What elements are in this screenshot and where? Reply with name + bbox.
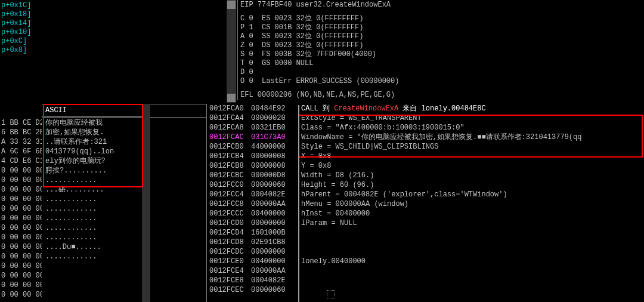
stack-addr: 0012FCD4 [207, 228, 251, 238]
stack-row[interactable]: 0012FCA400000020ExtStyle = WS_EX_TRANSPA… [207, 113, 644, 123]
stack-val: 031C73A0 [251, 132, 301, 142]
scrollbar-vertical[interactable] [142, 104, 150, 302]
stack-desc [301, 238, 644, 247]
stack-addr: 0012FCE0 [207, 257, 251, 266]
stack-row[interactable]: 0012FCA000484E92CALL 到 CreateWindowExA 来… [207, 104, 644, 113]
stack-addr: 0012FCD0 [207, 218, 251, 228]
hex-row: 1 BB CE D2 [0, 118, 42, 128]
spacer [150, 104, 206, 302]
stack-desc: CALL 到 CreateWindowExA 来自 lonely.00484E8… [301, 104, 644, 113]
stack-row[interactable]: 0012FCC8000000AAhMenu = 000000AA (window… [207, 199, 644, 209]
stack-addr: 0012FCC0 [207, 180, 251, 190]
stack-addr: 0012FCB4 [207, 152, 251, 161]
stack-addr: 0012FCA0 [207, 104, 251, 113]
stack-addr: 0012FCEC [207, 285, 251, 295]
stack-desc [301, 285, 644, 295]
stack-addr: 0012FCDC [207, 247, 251, 257]
stack-desc: hMenu = 000000AA (window) [301, 199, 644, 209]
ascii-row: ....Du■...... [45, 242, 138, 252]
stack-desc: Y = 0x8 [301, 161, 644, 171]
bottom-panes: 1 BB CE D26 BB BC 2EA 33 32 31A 6C 6F 6E… [0, 104, 644, 302]
ascii-row: ............ [45, 223, 138, 233]
stack-desc: hParent = 0004082E ('explorer',class='WT… [301, 190, 644, 199]
ascii-pane[interactable]: ASCII 你的电脑应经被我加密,如果想恢复...请联系作者:321041377… [42, 104, 142, 302]
stack-desc: Height = 60 (96.) [301, 180, 644, 190]
hex-row: 0 00 00 00 [0, 195, 42, 204]
stack-row[interactable]: 0012FCD802E91CB8 [207, 238, 644, 247]
stack-val: 02E91CB8 [251, 238, 301, 247]
offset-item: p+0x1C] [1, 1, 39, 10]
stack-desc: ExtStyle = WS_EX_TRANSPARENT [301, 113, 644, 123]
stack-val: 000000D8 [251, 171, 301, 180]
ascii-row: ely到你的电脑玩? [45, 156, 138, 166]
stack-pane[interactable]: 0012FCA000484E92CALL 到 CreateWindowExA 来… [206, 104, 644, 302]
stack-addr: 0012FCC4 [207, 190, 251, 199]
stack-row[interactable]: 0012FCBC000000D8Width = D8 (216.) [207, 171, 644, 180]
stack-val: 00321EB0 [251, 123, 301, 132]
offset-item: p+0xC] [1, 37, 39, 46]
stack-row[interactable]: 0012FCC000000060Height = 60 (96.) [207, 180, 644, 190]
stack-row[interactable]: 0012FCB044000000Style = WS_CHILD|WS_CLIP… [207, 142, 644, 152]
stack-row[interactable]: 0012FCAC031C73A0WindowName = "你的电脑应经被我加密… [207, 132, 644, 142]
stack-row[interactable]: 0012FCD000000000lParam = NULL [207, 218, 644, 228]
stack-addr: 0012FCB8 [207, 161, 251, 171]
stack-row[interactable]: 0012FCC40004082EhParent = 0004082E ('exp… [207, 190, 644, 199]
stack-row[interactable]: 0012FCB400000008X = 0x8 [207, 152, 644, 161]
hex-row: 0 00 00 00 [0, 175, 42, 185]
stack-val: 00000060 [251, 285, 301, 295]
eip-line: EIP 774FBF40 user32.CreateWindowExA [240, 1, 642, 10]
reg-line: S 0 FS 003B 32位 7FFDF000(4000) [240, 50, 642, 59]
stack-row[interactable]: 0012FCEC00000060 [207, 285, 644, 295]
efl-line: EFL 00000206 (NO,NB,NE,A,NS,PE,GE,G) [240, 91, 642, 100]
hex-dump-pane[interactable]: 1 BB CE D26 BB BC 2EA 33 32 31A 6C 6F 6E… [0, 104, 42, 302]
text-cursor-icon [327, 290, 335, 298]
ascii-row: ..请联系作者:321 [45, 137, 138, 147]
reg-line: Z 0 DS 0023 32位 0(FFFFFFFF) [240, 41, 642, 50]
ascii-row: ............ [45, 204, 138, 214]
reg-line: D 0 [240, 68, 642, 77]
offset-item: p+0x14] [1, 19, 39, 28]
ascii-row: 你的电脑应经被我 [45, 118, 138, 128]
ascii-row: ...碪......... [45, 185, 138, 195]
stack-row[interactable]: 0012FCD41601000B [207, 228, 644, 238]
stack-row[interactable]: 0012FCDC00000000 [207, 247, 644, 257]
stack-val: 1601000B [251, 228, 301, 238]
stack-val: 0004082E [251, 190, 301, 199]
offset-item: p+0x18] [1, 10, 39, 19]
stack-val: 0004082E [251, 276, 301, 285]
stack-val: 44000000 [251, 142, 301, 152]
ascii-row: ............ [45, 233, 138, 242]
hex-row: 0 00 00 00 [0, 290, 42, 300]
stack-addr: 0012FCBC [207, 171, 251, 180]
scrollbar-vertical[interactable] [227, 0, 236, 103]
hex-row: 0 00 00 00 [0, 261, 42, 271]
stack-desc: lParam = NULL [301, 218, 644, 228]
stack-addr: 0012FCE4 [207, 266, 251, 276]
ascii-row: 腭挨?.......... [45, 166, 138, 175]
stack-addr: 0012FCA8 [207, 123, 251, 132]
offset-item: p+0x10] [1, 28, 39, 37]
stack-desc: Class = "Afx:400000:b:10003:1900015:0" [301, 123, 644, 132]
hex-row: A 33 32 31 [0, 137, 42, 147]
stack-row[interactable]: 0012FCCC00400000hInst = 00400000 [207, 209, 644, 218]
hex-row: 0 00 00 00 [0, 214, 42, 223]
divider [298, 105, 299, 302]
ascii-row: ............ [45, 195, 138, 204]
stack-row[interactable]: 0012FCE4000000AA [207, 266, 644, 276]
stack-row[interactable]: 0012FCA800321EB0Class = "Afx:400000:b:10… [207, 123, 644, 132]
stack-desc [301, 276, 644, 285]
stack-val: 00400000 [251, 257, 301, 266]
stack-row[interactable]: 0012FCE000400000lonely.00400000 [207, 257, 644, 266]
stack-row[interactable]: 0012FCB800000008Y = 0x8 [207, 161, 644, 171]
stack-val: 000000AA [251, 266, 301, 276]
stack-desc: hInst = 00400000 [301, 209, 644, 218]
stack-desc [301, 247, 644, 257]
stack-desc: lonely.00400000 [301, 257, 644, 266]
stack-val: 00484E92 [251, 104, 301, 113]
offset-item: p+0x8] [1, 46, 39, 55]
stack-row[interactable]: 0012FCE80004082E [207, 276, 644, 285]
reg-line: P 1 CS 001B 32位 0(FFFFFFFF) [240, 23, 642, 32]
ascii-header: ASCII [42, 104, 142, 117]
hex-row: 0 00 00 00 [0, 233, 42, 242]
hex-row: 0 00 00 00 [0, 185, 42, 195]
